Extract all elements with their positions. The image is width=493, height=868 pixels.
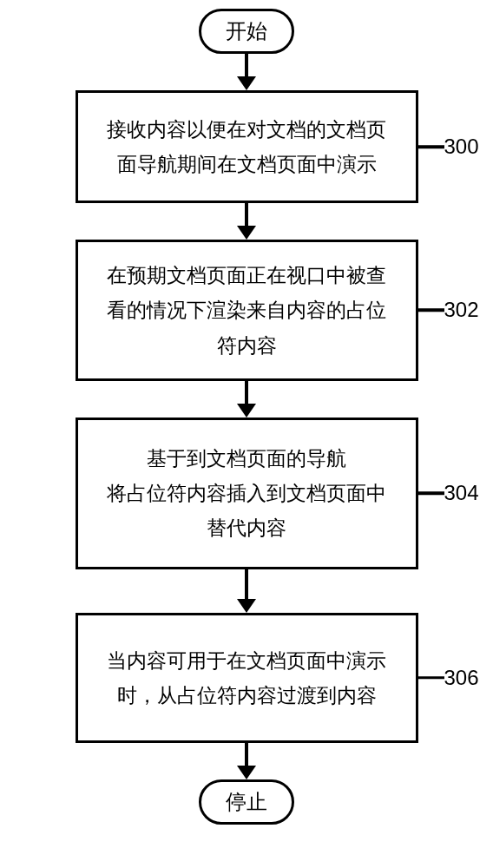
process-row: 接收内容以便在对文档的文档页面导航期间在文档页面中演示 300	[0, 90, 493, 203]
arrow-line	[245, 381, 248, 404]
arrow-head	[237, 766, 256, 779]
arrow-connector	[237, 203, 256, 240]
arrow-head	[237, 226, 256, 240]
ref-label-306: 306	[444, 666, 479, 690]
box-wrap: 在预期文档页面正在视口中被查看的情况下渲染来自内容的占位符内容	[76, 240, 418, 381]
arrow-line	[245, 203, 248, 227]
arrow-line	[245, 569, 248, 600]
process-row: 当内容可用于在文档页面中演示时，从占位符内容过渡到内容 306	[0, 613, 493, 743]
start-label: 开始	[226, 17, 267, 45]
stop-terminator: 停止	[199, 779, 294, 825]
arrow-head	[237, 404, 256, 418]
box-wrap: 基于到文档页面的导航 将占位符内容插入到文档页面中替代内容	[76, 418, 418, 569]
start-terminator: 开始	[199, 9, 294, 54]
box-wrap: 当内容可用于在文档页面中演示时，从占位符内容过渡到内容	[76, 613, 418, 743]
step2-text: 在预期文档页面正在视口中被查看的情况下渲染来自内容的占位符内容	[102, 258, 391, 363]
arrow-head	[237, 599, 256, 613]
process-step-4: 当内容可用于在文档页面中演示时，从占位符内容过渡到内容	[76, 613, 418, 743]
arrow-connector	[237, 54, 256, 90]
process-row: 基于到文档页面的导航 将占位符内容插入到文档页面中替代内容 304	[0, 418, 493, 569]
step3-text: 基于到文档页面的导航 将占位符内容插入到文档页面中替代内容	[102, 441, 391, 546]
ref-label-300: 300	[444, 135, 479, 159]
ref-tick	[418, 309, 444, 312]
arrow-line	[245, 743, 248, 766]
arrow-head	[237, 76, 256, 90]
ref-label-302: 302	[444, 298, 479, 322]
step4-text: 当内容可用于在文档页面中演示时，从占位符内容过渡到内容	[102, 643, 391, 713]
step3-line2: 将占位符内容插入到文档页面中替代内容	[107, 482, 386, 539]
arrow-line	[245, 54, 248, 77]
process-step-3: 基于到文档页面的导航 将占位符内容插入到文档页面中替代内容	[76, 418, 418, 569]
box-wrap: 接收内容以便在对文档的文档页面导航期间在文档页面中演示	[76, 90, 418, 203]
process-step-2: 在预期文档页面正在视口中被查看的情况下渲染来自内容的占位符内容	[76, 240, 418, 381]
stop-label: 停止	[226, 788, 267, 816]
ref-label-304: 304	[444, 481, 479, 505]
process-step-1: 接收内容以便在对文档的文档页面导航期间在文档页面中演示	[76, 90, 418, 203]
step1-text: 接收内容以便在对文档的文档页面导航期间在文档页面中演示	[102, 112, 391, 182]
arrow-connector	[237, 569, 256, 613]
process-row: 在预期文档页面正在视口中被查看的情况下渲染来自内容的占位符内容 302	[0, 240, 493, 381]
arrow-connector	[237, 743, 256, 779]
step3-line1: 基于到文档页面的导航	[147, 447, 346, 470]
arrow-connector	[237, 381, 256, 418]
ref-tick	[418, 492, 444, 496]
ref-tick	[418, 676, 444, 680]
ref-tick	[418, 145, 444, 148]
flowchart-container: 开始 接收内容以便在对文档的文档页面导航期间在文档页面中演示 300 在预期文档…	[0, 0, 493, 868]
